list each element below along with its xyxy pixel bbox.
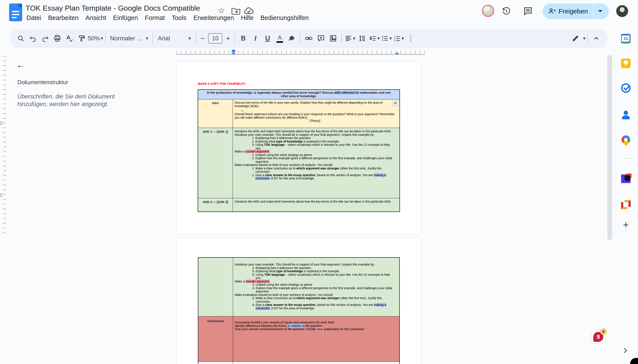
toolbar-divider xyxy=(300,34,301,43)
menu-bedienungshilfen[interactable]: Bedienungshilfen xyxy=(257,13,312,23)
menu-datei[interactable]: Datei xyxy=(23,13,45,23)
row-label-intro[interactable]: Intro xyxy=(198,99,233,128)
toolbar: 50%▾ Normaler ...▾ Arial▾ − 10 + B I U A… xyxy=(10,29,608,48)
align-select[interactable]: ▾ xyxy=(344,32,356,44)
docs-logo-line xyxy=(12,11,19,12)
horizontal-ruler-baseline xyxy=(176,54,425,55)
aok1-cell[interactable]: Introduce the AOK and make brief comment… xyxy=(233,128,399,198)
close-outline-icon[interactable]: ← xyxy=(16,60,25,70)
spelling-check-icon[interactable] xyxy=(63,32,76,44)
toolbar-divider xyxy=(235,34,235,43)
checklist-select[interactable]: ▾ xyxy=(368,32,380,44)
toolbar-divider xyxy=(588,34,588,43)
insert-image-icon[interactable] xyxy=(327,32,339,44)
table-row: Intro Discuss key terms of the title in … xyxy=(198,99,399,128)
menu-hilfe[interactable]: Hilfe xyxy=(237,13,257,23)
table-row: Conclusion Summarise (briefly!) your str… xyxy=(198,316,399,362)
row-label-next[interactable] xyxy=(198,362,233,364)
highlight-color-icon[interactable] xyxy=(286,32,298,44)
row-label-empty[interactable] xyxy=(198,258,233,316)
left-indent-marker[interactable] xyxy=(232,53,235,57)
insert-link-icon[interactable] xyxy=(303,32,315,44)
get-addons-icon[interactable]: + xyxy=(621,220,631,230)
numbered-list-select[interactable]: 123 ▾ xyxy=(393,32,405,44)
search-menus-icon[interactable] xyxy=(15,32,27,44)
google-keep-icon[interactable] xyxy=(621,58,631,68)
paint-format-icon[interactable] xyxy=(76,32,88,44)
google-docs-logo-icon[interactable] xyxy=(9,4,22,21)
share-split-divider xyxy=(593,4,593,19)
addon-notification-bubble[interactable]: 9 + xyxy=(591,330,605,344)
increase-font-size-icon[interactable]: + xyxy=(224,32,232,44)
next-cell[interactable] xyxy=(233,362,399,364)
toolbar-divider xyxy=(105,34,106,43)
dropdown-arrow-icon xyxy=(394,102,397,106)
zoom-select[interactable]: 50%▾ xyxy=(88,32,103,44)
copy-notice-text[interactable]: MAKE A COPY FOR YOURSELF!! xyxy=(198,82,245,86)
menu-erweiterungen[interactable]: Erweiterungen xyxy=(190,13,237,23)
paragraph-styles-select[interactable]: Normaler ...▾ xyxy=(108,32,150,44)
google-contacts-icon[interactable] xyxy=(621,110,631,120)
document-title[interactable]: TOK Essay Plan Template - Google Docs Co… xyxy=(26,4,200,12)
essay-question-cell[interactable]: In the production of knowledge, is ingen… xyxy=(198,90,399,99)
underline-icon[interactable]: U xyxy=(262,32,274,44)
addon-icon-2[interactable] xyxy=(621,199,631,209)
line-spacing-icon[interactable] xyxy=(356,32,368,44)
show-side-panel-icon[interactable] xyxy=(621,347,629,354)
cell-dropdown-button[interactable] xyxy=(392,100,399,106)
conclusion-cell[interactable]: Summarise (briefly!) your strands of inq… xyxy=(233,316,399,362)
google-tasks-icon[interactable] xyxy=(621,83,631,93)
document-scrollbar[interactable] xyxy=(607,55,612,240)
font-select[interactable]: Arial▾ xyxy=(155,32,193,44)
redo-icon[interactable] xyxy=(39,32,51,44)
version-history-icon[interactable] xyxy=(501,6,511,16)
intro-cell[interactable]: Discuss key terms of the title in your o… xyxy=(233,99,399,128)
aok2-cell[interactable]: Introduce the AOK and make brief comment… xyxy=(233,198,399,212)
overlay-corner xyxy=(630,358,638,364)
document-page-1[interactable]: MAKE A COPY FOR YOURSELF!! In the produc… xyxy=(176,62,421,234)
aok2-continued-cell[interactable]: Introduce your main example. This should… xyxy=(233,258,399,316)
menu-ansicht[interactable]: Ansicht xyxy=(82,13,110,23)
row-label-aok2[interactable]: AOK 2 — [AOK 2] xyxy=(198,198,233,212)
outline-panel-title: Dokumentenstruktur xyxy=(17,79,68,86)
menu-tools[interactable]: Tools xyxy=(168,13,190,23)
menu-format[interactable]: Format xyxy=(142,13,168,23)
docs-logo-line xyxy=(12,17,17,18)
add-comment-icon[interactable] xyxy=(315,32,327,44)
comments-icon[interactable] xyxy=(523,6,533,16)
font-size-input[interactable]: 10 xyxy=(208,33,222,44)
share-dropdown-arrow[interactable] xyxy=(598,10,602,14)
more-options-icon[interactable]: ⋮ xyxy=(405,32,417,44)
right-indent-marker[interactable] xyxy=(395,53,399,57)
vertical-ruler[interactable] xyxy=(3,56,6,236)
italic-icon[interactable]: I xyxy=(249,32,262,44)
row-label-conclusion[interactable]: Conclusion xyxy=(198,316,233,362)
google-calendar-icon[interactable]: 31 xyxy=(621,34,631,44)
essay-plan-table: In the production of knowledge, is ingen… xyxy=(198,89,400,212)
decrease-font-size-icon[interactable]: − xyxy=(198,32,207,44)
hide-menus-icon[interactable] xyxy=(590,32,602,44)
first-line-indent-marker[interactable] xyxy=(232,50,235,52)
text-color-icon[interactable]: A xyxy=(274,32,286,44)
share-button[interactable]: Freigeben xyxy=(542,4,609,19)
undo-icon[interactable] xyxy=(27,32,39,44)
svg-text:3: 3 xyxy=(394,39,395,42)
editing-mode-select[interactable]: ▾ xyxy=(572,32,585,44)
google-maps-icon[interactable] xyxy=(621,134,631,145)
row-label-aok1[interactable]: AOK 1 — [AOK 1] xyxy=(198,128,233,198)
table-row-marker[interactable] xyxy=(0,122,3,126)
account-avatar[interactable] xyxy=(616,5,628,17)
horizontal-ruler[interactable] xyxy=(176,51,425,54)
bulleted-list-select[interactable]: ▾ xyxy=(380,32,393,44)
addon-icon-1[interactable] xyxy=(621,174,631,184)
table-row-marker[interactable] xyxy=(0,194,3,198)
bold-icon[interactable]: B xyxy=(237,32,249,44)
menu-einfuegen[interactable]: Einfügen xyxy=(110,13,142,23)
menu-bearbeiten[interactable]: Bearbeiten xyxy=(45,13,82,23)
collaborator-avatar[interactable] xyxy=(482,5,494,17)
print-icon[interactable] xyxy=(51,32,63,44)
toolbar-divider xyxy=(153,34,153,43)
menu-bar: Datei Bearbeiten Ansicht Einfügen Format… xyxy=(23,13,312,23)
document-page-2[interactable]: Introduce your main example. This should… xyxy=(176,238,421,364)
toolbar-divider xyxy=(341,34,342,43)
